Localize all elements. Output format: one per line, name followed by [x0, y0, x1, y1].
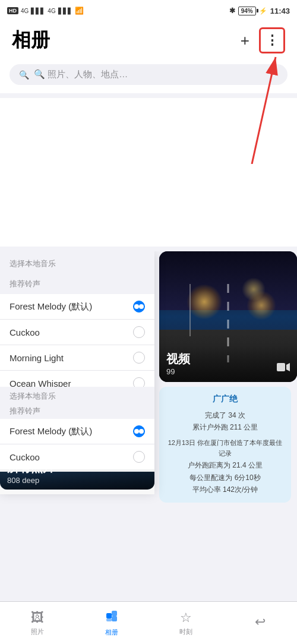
video-album-card[interactable]: 视频 99 [159, 251, 297, 382]
more-dots-icon: ⋮ [266, 33, 279, 48]
music-item-label-2: Morning Light [10, 353, 64, 363]
svg-rect-4 [106, 613, 112, 618]
local-music-bottom-label: 选择本地音乐 [10, 392, 56, 400]
signal-bars-2: ▋▋▋ [58, 8, 72, 14]
moments-nav-icon: ☆ [180, 610, 192, 626]
nav-label-moments: 时刻 [179, 627, 192, 636]
music-radio-0[interactable] [133, 301, 145, 312]
wifi-icon: 📶 [75, 7, 84, 15]
svg-marker-3 [286, 363, 290, 371]
bottom-music-label-1: Cuckoo [10, 452, 40, 462]
activity-title: 广⼴绝 [166, 394, 284, 405]
photos-nav-icon: 🖼 [31, 610, 44, 626]
search-input[interactable]: 🔍 照片、人物、地点… [34, 69, 128, 80]
charging-icon: ⚡ [259, 7, 267, 15]
music-item-0[interactable]: Forest Melody (默认) [0, 294, 154, 320]
back-nav-icon: ↩ [255, 614, 266, 630]
bottom-music-label-0: Forest Melody (默认) [10, 426, 92, 437]
nav-item-moments[interactable]: ☆ 时刻 [148, 610, 223, 636]
add-button[interactable]: + [241, 31, 249, 50]
nav-item-back[interactable]: ↩ [223, 614, 297, 632]
page-title: 相册 [12, 27, 50, 53]
more-menu-button[interactable]: ⋮ [259, 27, 285, 53]
music-item-label-1: Cuckoo [10, 327, 40, 337]
signal-bars: ▋▋▋ [31, 8, 45, 14]
music-panel-bottom: 选择本地音乐 推荐铃声 Forest Melody (默认) Cuckoo [0, 387, 154, 472]
time-display: 11:43 [270, 7, 290, 15]
search-container: 🔍 🔍 照片、人物、地点… [0, 59, 297, 93]
bottom-radio-0[interactable] [133, 425, 145, 437]
status-left: HD 4G ▋▋▋ 4G ▋▋▋ 📶 [7, 7, 84, 15]
stat-6: 平均心率 142次/分钟 [166, 484, 284, 495]
bottom-navigation: 🖼 照片 相册 ☆ 时刻 ↩ [0, 601, 297, 644]
status-bar: HD 4G ▋▋▋ 4G ▋▋▋ 📶 ✱ 94% ⚡ 11:43 [0, 0, 297, 21]
music-radio-1[interactable] [133, 326, 145, 338]
main-content-area: 选择本地音乐 推荐铃声 Forest Melody (默认) Cuckoo Mo… [0, 251, 297, 513]
hd-indicator: HD [7, 7, 18, 14]
svg-rect-6 [112, 616, 117, 621]
music-item-label-0: Forest Melody (默认) [10, 301, 92, 312]
status-right: ✱ 94% ⚡ 11:43 [229, 7, 290, 15]
activity-card: 广⼴绝 完成了 34 次 累计户外跑 211 公里 12月13日 你在厦门市创造… [159, 387, 291, 503]
bottom-radio-1[interactable] [133, 451, 145, 463]
battery-icon: 94% [238, 7, 256, 15]
content-spacer [0, 98, 297, 247]
recommended-bottom-label: 推荐铃声 [10, 406, 40, 415]
app-header: 相册 + ⋮ [0, 21, 297, 59]
stat-4: 户外跑距离为 21.4 公里 [166, 459, 284, 471]
header-actions: + ⋮ [241, 27, 285, 53]
stat-1: 完成了 34 次 [166, 409, 284, 421]
music-radio-2[interactable] [133, 352, 145, 364]
nav-label-photos: 照片 [31, 627, 44, 636]
bluetooth-icon: ✱ [229, 7, 235, 15]
nav-item-albums[interactable]: 相册 [74, 610, 148, 637]
stat-5: 每公里配速为 6分10秒 [166, 472, 284, 484]
nav-item-photos[interactable]: 🖼 照片 [0, 610, 74, 636]
signal-4g-2: 4G [48, 8, 55, 14]
svg-rect-7 [106, 618, 112, 621]
video-card-count: 99 [166, 367, 290, 376]
search-bar[interactable]: 🔍 🔍 照片、人物、地点… [10, 64, 287, 85]
music-item-1[interactable]: Cuckoo [0, 320, 154, 345]
activity-stats: 完成了 34 次 累计户外跑 211 公里 12月13日 你在厦门市创造了本年度… [166, 409, 284, 495]
stat-2: 累计户外跑 211 公里 [166, 421, 284, 433]
bottom-music-item-1[interactable]: Cuckoo [0, 444, 154, 469]
video-card-title: 视频 [166, 351, 290, 367]
video-badge-icon [277, 362, 290, 375]
bottom-spacer [0, 513, 297, 555]
all-photos-count: 808 deep [7, 476, 147, 485]
search-icon: 🔍 [19, 70, 29, 80]
stat-3: 12月13日 你在厦门市创造了本年度最佳记录 [166, 437, 284, 459]
music-item-2[interactable]: Morning Light [0, 345, 154, 371]
signal-4g-1: 4G [21, 8, 29, 14]
recommended-label: 推荐铃声 [0, 274, 154, 292]
albums-nav-icon [105, 610, 118, 626]
svg-rect-2 [277, 363, 285, 371]
nav-label-albums: 相册 [105, 628, 118, 637]
svg-rect-5 [112, 611, 117, 616]
local-music-header: 选择本地音乐 [0, 251, 154, 272]
bottom-music-item-0[interactable]: Forest Melody (默认) [0, 419, 154, 444]
